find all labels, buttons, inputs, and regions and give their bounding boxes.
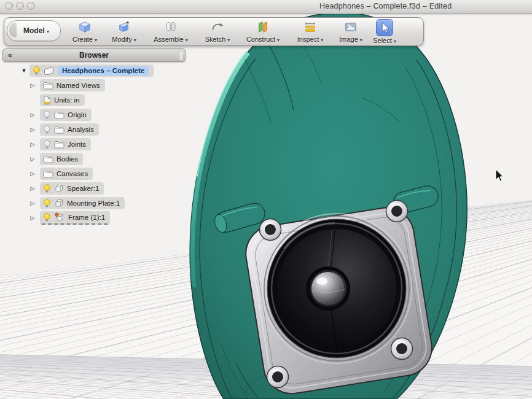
- visibility-bulb-on-icon[interactable]: [43, 184, 51, 193]
- chevron-down-icon: ▾: [277, 37, 280, 43]
- tree-item-label[interactable]: Mounting Plate:1: [67, 200, 120, 207]
- tree-row-headphones-complete[interactable]: ▼Headphones – Complete: [0, 64, 154, 77]
- minimize-button[interactable]: [16, 2, 24, 10]
- folder-icon: [54, 126, 65, 134]
- chevron-down-icon: ▾: [227, 37, 230, 43]
- units-doc-icon: [43, 96, 51, 105]
- toolbar-item-construct[interactable]: Construct ▾: [243, 19, 283, 44]
- tree-row-speaker-1[interactable]: ▷Speaker:1: [0, 182, 104, 195]
- close-button[interactable]: [5, 2, 13, 10]
- folder-icon: [43, 170, 53, 178]
- screw-hole: [267, 366, 289, 388]
- visibility-bulb-off-icon[interactable]: [43, 125, 51, 134]
- fusion360-window: Headphones – Complete.f3d – Edited Model…: [0, 0, 532, 399]
- tree-row-canvases[interactable]: ▷Canvases: [0, 167, 93, 180]
- chevron-down-icon: ▾: [47, 29, 49, 34]
- expander-collapsed-icon[interactable]: ▷: [29, 171, 36, 177]
- construct-icon[interactable]: [255, 19, 271, 35]
- tree-row-joints[interactable]: ▷Joints: [0, 138, 91, 151]
- screw-hole: [386, 201, 408, 222]
- tree-row-origin[interactable]: ▷Origin: [0, 108, 92, 122]
- tree-item-label[interactable]: Named Views: [57, 82, 100, 89]
- tree-row-named-views[interactable]: ▷Named Views: [0, 79, 105, 92]
- image-icon[interactable]: [343, 19, 359, 35]
- toolbar-item-label: Assemble ▾: [154, 36, 187, 43]
- mouse-cursor: [495, 169, 505, 183]
- expander-collapsed-icon[interactable]: ▷: [29, 200, 36, 206]
- assembly-icon: [44, 66, 55, 76]
- toolbar-item-inspect[interactable]: Inspect ▾: [291, 19, 330, 44]
- toolbar-item-sketch[interactable]: Sketch ▾: [198, 19, 237, 44]
- sketch-icon[interactable]: [209, 19, 225, 35]
- browser-panel-title: Browser: [3, 51, 185, 60]
- toolbar-item-select[interactable]: Select ▾: [365, 19, 404, 44]
- tree-item-label[interactable]: Frame (1):1: [68, 214, 105, 221]
- toolbar-item-assemble[interactable]: Assemble ▾: [151, 19, 190, 44]
- tree-item-label[interactable]: Canvases: [57, 170, 88, 177]
- chevron-down-icon: ▾: [134, 37, 136, 43]
- visibility-bulb-off-icon[interactable]: [43, 140, 51, 149]
- visibility-bulb-on-icon[interactable]: [43, 199, 51, 208]
- tree-item-label[interactable]: Speaker:1: [67, 185, 99, 192]
- expander-collapsed-icon[interactable]: ▷: [29, 215, 36, 221]
- folder-icon: [54, 111, 65, 119]
- tree-item-label[interactable]: Bodies: [57, 155, 78, 163]
- toolbar-item-label: Modify ▾: [112, 36, 136, 43]
- chevron-down-icon: ▾: [394, 39, 396, 44]
- tree-row-units-in[interactable]: Units: in: [0, 93, 85, 107]
- expander-expanded-icon[interactable]: ▼: [21, 68, 27, 74]
- expander-collapsed-icon[interactable]: ▷: [29, 141, 36, 147]
- toolbar-item-modify[interactable]: Modify ▾: [104, 19, 144, 44]
- toolbar: Model ▾ Create ▾Modify ▾Assemble ▾Sketch…: [4, 17, 424, 46]
- tree-row-analysis[interactable]: ▷Analysis: [0, 123, 99, 136]
- screw-hole: [391, 338, 413, 360]
- modify-icon[interactable]: [116, 19, 132, 35]
- window-title: Headphones – Complete.f3d – Edited: [319, 2, 452, 10]
- visibility-bulb-off-icon[interactable]: [43, 110, 51, 120]
- folder-icon: [43, 155, 53, 163]
- chevron-down-icon: ▾: [186, 37, 188, 43]
- expander-collapsed-icon[interactable]: ▷: [29, 126, 36, 133]
- tree-item-label[interactable]: Joints: [68, 141, 86, 148]
- workspace-tab-icon: [9, 23, 17, 37]
- create-cube-icon[interactable]: [77, 19, 93, 35]
- folder-icon: [43, 82, 53, 90]
- expander-collapsed-icon[interactable]: ▷: [29, 156, 36, 162]
- tree-item-label[interactable]: Headphones – Complete: [58, 66, 149, 76]
- tree-row-mounting-plate-1[interactable]: ▷Mounting Plate:1: [0, 196, 125, 210]
- browser-panel-header[interactable]: « Browser: [2, 48, 186, 62]
- assemble-icon[interactable]: [163, 19, 179, 35]
- chevron-down-icon: ▾: [95, 37, 97, 43]
- zoom-button[interactable]: [27, 2, 35, 10]
- component-icon: [54, 198, 64, 208]
- toolbar-item-label: Inspect ▾: [297, 36, 324, 43]
- component-icon: [54, 184, 64, 193]
- tree-item-label[interactable]: Analysis: [68, 126, 94, 133]
- tree-row-bodies[interactable]: ▷Bodies: [0, 152, 83, 166]
- tree-item-label[interactable]: Origin: [68, 111, 87, 118]
- titlebar: Headphones – Complete.f3d – Edited: [0, 0, 532, 14]
- toolbar-item-label: Sketch ▾: [205, 36, 230, 43]
- folder-icon: [54, 141, 65, 149]
- tree-row-frame-1-1[interactable]: ▷Frame (1):1: [0, 211, 110, 225]
- screw-hole: [260, 219, 281, 241]
- visibility-bulb-on-icon[interactable]: [43, 213, 51, 222]
- select-icon[interactable]: [376, 19, 393, 36]
- inspect-icon[interactable]: [302, 19, 318, 35]
- workspace-label: Model: [23, 26, 45, 35]
- expander-collapsed-icon[interactable]: ▷: [29, 112, 36, 118]
- toolbar-item-label: Create ▾: [72, 36, 97, 43]
- panel-resize-handle[interactable]: [179, 51, 183, 61]
- tree-item-label[interactable]: Units: in: [54, 96, 80, 104]
- toolbar-item-label: Image ▾: [339, 36, 362, 43]
- expander-collapsed-icon[interactable]: ▷: [29, 185, 36, 192]
- chevron-down-icon: ▾: [321, 37, 323, 43]
- toolbar-item-create[interactable]: Create ▾: [65, 19, 104, 44]
- component-grounded-icon: [54, 212, 65, 222]
- toolbar-item-label: Select ▾: [373, 37, 396, 44]
- workspace-switcher[interactable]: Model ▾: [7, 20, 61, 41]
- visibility-bulb-on-icon[interactable]: [33, 66, 41, 76]
- expander-collapsed-icon[interactable]: ▷: [29, 82, 36, 88]
- toolbar-item-label: Construct ▾: [246, 36, 280, 43]
- speaker-cone[interactable]: [267, 219, 406, 358]
